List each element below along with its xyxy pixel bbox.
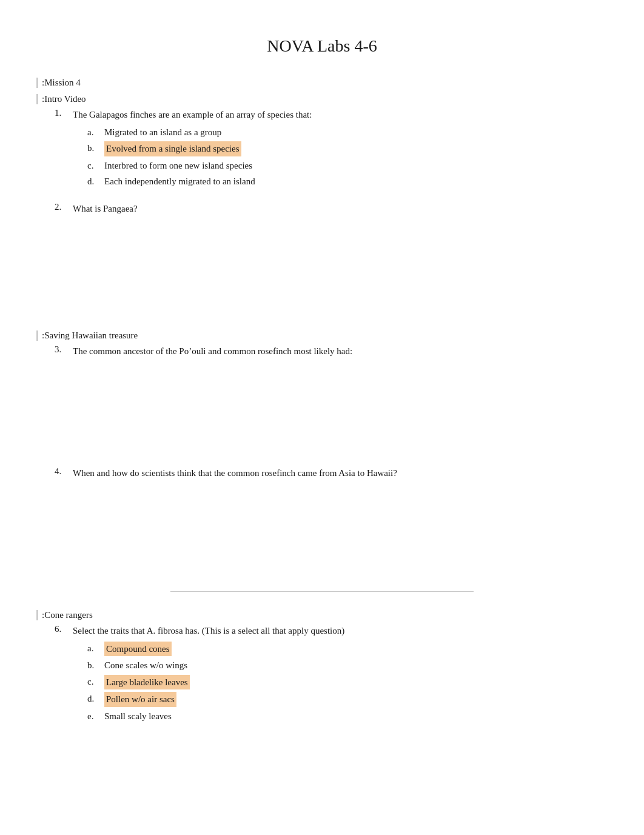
- sub-letter: b.: [87, 659, 104, 672]
- list-item: e. Small scaly leaves: [87, 709, 344, 723]
- question-text-1: The Galapagos finches are an example of …: [73, 110, 312, 119]
- sub-text: Interbred to form one new island species: [104, 159, 252, 173]
- cone-rangers-label: :Cone rangers: [36, 610, 608, 620]
- sub-text-highlighted: Compound cones: [104, 642, 172, 657]
- sub-letter: d.: [87, 175, 104, 189]
- question-4: 4. When and how do scientists think that…: [55, 466, 608, 577]
- question-1: 1. The Galapagos finches are an example …: [55, 108, 608, 191]
- sub-letter: b.: [87, 141, 104, 155]
- list-item: c. Interbred to form one new island spec…: [87, 159, 312, 173]
- sub-text-highlighted: Large bladelike leaves: [104, 675, 190, 690]
- question-number-3: 3.: [55, 344, 73, 355]
- page-title: NOVA Labs 4-6: [36, 36, 608, 56]
- sub-letter: a.: [87, 642, 104, 656]
- sub-text: Small scaly leaves: [104, 709, 172, 723]
- question-text-6: Select the traits that A. fibrosa has. (…: [73, 626, 344, 635]
- list-item: b. Evolved from a single island species: [87, 141, 312, 156]
- list-item: a. Migrated to an island as a group: [87, 126, 312, 139]
- sub-letter: c.: [87, 675, 104, 689]
- sub-text: Each independently migrated to an island: [104, 175, 255, 189]
- sub-letter: d.: [87, 692, 104, 706]
- sub-letter: a.: [87, 126, 104, 139]
- intro-video-label: :Intro Video: [36, 94, 608, 104]
- question-number-1: 1.: [55, 108, 73, 118]
- sub-letter: c.: [87, 159, 104, 173]
- question-6: 6. Select the traits that A. fibrosa has…: [55, 624, 608, 725]
- question-text-4: When and how do scientists think that th…: [73, 468, 397, 478]
- sub-text-highlighted: Pollen w/o air sacs: [104, 692, 176, 707]
- saving-hawaiian-label: :Saving Hawaiian treasure: [36, 330, 608, 341]
- list-item: c. Large bladelike leaves: [87, 675, 344, 690]
- list-item: d. Each independently migrated to an isl…: [87, 175, 312, 189]
- list-item: d. Pollen w/o air sacs: [87, 692, 344, 707]
- question-number-2: 2.: [55, 202, 73, 212]
- question-3: 3. The common ancestor of the Po’ouli an…: [55, 344, 608, 455]
- list-item: b. Cone scales w/o wings: [87, 659, 344, 672]
- question-text-2: What is Pangaea?: [73, 204, 138, 213]
- sub-text-highlighted: Evolved from a single island species: [104, 141, 241, 156]
- sub-letter: e.: [87, 709, 104, 723]
- mission4-label: :Mission 4: [36, 78, 608, 88]
- question-number-4: 4.: [55, 466, 73, 477]
- question-text-3: The common ancestor of the Po’ouli and c…: [73, 346, 352, 356]
- list-item: a. Compound cones: [87, 642, 344, 657]
- question-2: 2. What is Pangaea?: [55, 202, 608, 313]
- question-number-6: 6.: [55, 624, 73, 634]
- sub-text: Cone scales w/o wings: [104, 659, 187, 672]
- sub-text: Migrated to an island as a group: [104, 126, 221, 139]
- section-divider: [170, 591, 474, 592]
